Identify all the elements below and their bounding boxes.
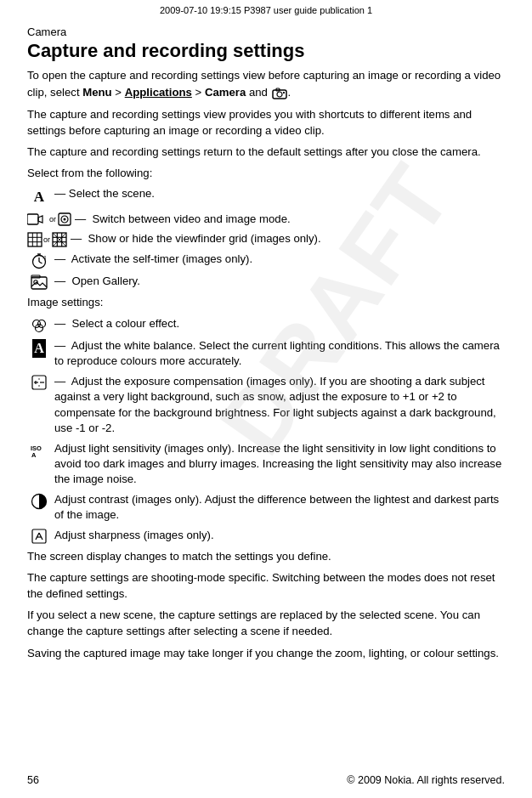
svg-point-1 <box>277 92 282 97</box>
paragraph-3: The capture and recording settings retur… <box>27 144 505 160</box>
list-section: A — Select the scene. or — Switch betwee <box>27 186 505 290</box>
svg-line-43 <box>36 533 39 540</box>
svg-rect-3 <box>283 92 285 93</box>
svg-text:.0: .0 <box>42 255 46 260</box>
iso-icon: ISO A <box>27 442 51 459</box>
list-item-colour: — Select a colour effect. <box>27 316 505 334</box>
image-list-section: — Select a colour effect. A — Adjust the… <box>27 316 505 544</box>
list-item-contrast: Adjust contrast (images only). Adjust th… <box>27 492 505 524</box>
svg-rect-42 <box>32 529 46 543</box>
white-balance-icon: A <box>27 339 51 358</box>
svg-line-23 <box>39 262 42 263</box>
page-title: Capture and recording settings <box>27 40 505 62</box>
svg-point-8 <box>64 218 66 220</box>
svg-rect-9 <box>28 233 42 246</box>
scene-icon: A <box>27 187 51 207</box>
list-item-wb-text: — Adjust the white balance. Select the c… <box>54 338 505 370</box>
gallery-icon <box>27 274 51 290</box>
svg-line-44 <box>39 533 42 540</box>
svg-rect-4 <box>27 214 38 224</box>
list-item-exposure-text: — Adjust the exposure compensation (imag… <box>54 374 505 437</box>
copyright: © 2009 Nokia. All rights reserved. <box>347 774 505 786</box>
closing-para-3: If you select a new scene, the capture s… <box>27 607 505 639</box>
list-item-timer-text: — Activate the self-timer (images only). <box>54 252 252 267</box>
image-settings-label: Image settings: <box>27 294 505 310</box>
list-item-scene: A — Select the scene. <box>27 186 505 207</box>
sharpness-icon <box>27 529 51 544</box>
list-item-sharpness-text: Adjust sharpness (images only). <box>54 528 214 543</box>
contrast-icon <box>27 493 51 510</box>
colour-icon <box>27 317 51 334</box>
svg-text:A: A <box>31 451 37 459</box>
page-number: 56 <box>27 774 39 786</box>
paragraph-2: The capture and recording settings view … <box>27 106 505 139</box>
video-image-icon: or <box>27 212 71 226</box>
section-label: Camera <box>27 25 505 38</box>
list-item-gallery-text: — Open Gallery. <box>54 274 140 289</box>
paragraph-4: Select from the following: <box>27 165 505 181</box>
grid-icon: or <box>27 232 67 247</box>
list-item-grid: or — Show or hide the viewfinder grid (i… <box>27 231 505 247</box>
exposure-icon <box>27 375 51 390</box>
closing-para-4: Saving the captured image may take longe… <box>27 645 505 661</box>
timer-icon: .0 <box>27 252 51 269</box>
camera-settings-icon <box>272 84 287 100</box>
list-item-video-image: or — Switch between video and image mode… <box>27 212 505 227</box>
list-item-exposure: — Adjust the exposure compensation (imag… <box>27 374 505 437</box>
list-item-white-balance: A — Adjust the white balance. Select the… <box>27 338 505 370</box>
page-footer: 56 © 2009 Nokia. All rights reserved. <box>0 774 532 786</box>
list-item-iso: ISO A Adjust light sensitivity (images o… <box>27 441 505 488</box>
paragraph-1: To open the capture and recording settin… <box>27 67 505 100</box>
closing-para-2: The capture settings are shooting-mode s… <box>27 569 505 602</box>
closing-para-1: The screen display changes to match the … <box>27 548 505 564</box>
list-item-grid-text: — Show or hide the viewfinder grid (imag… <box>71 231 321 246</box>
list-item-timer: .0 — Activate the self-timer (images onl… <box>27 252 505 269</box>
list-item-colour-text: — Select a colour effect. <box>54 316 179 331</box>
list-item-scene-text: — Select the scene. <box>54 186 155 201</box>
svg-marker-5 <box>38 216 42 223</box>
list-item-iso-text: Adjust light sensitivity (images only). … <box>54 441 505 488</box>
page-header: 2009-07-10 19:9:15 P3987 user guide publ… <box>0 0 532 19</box>
content-area: Camera Capture and recording settings To… <box>0 19 532 683</box>
list-item-contrast-text: Adjust contrast (images only). Adjust th… <box>54 492 505 524</box>
list-item-gallery: — Open Gallery. <box>27 274 505 290</box>
list-item-video-text: — Switch between video and image mode. <box>75 212 291 227</box>
list-item-sharpness: Adjust sharpness (images only). <box>27 528 505 544</box>
